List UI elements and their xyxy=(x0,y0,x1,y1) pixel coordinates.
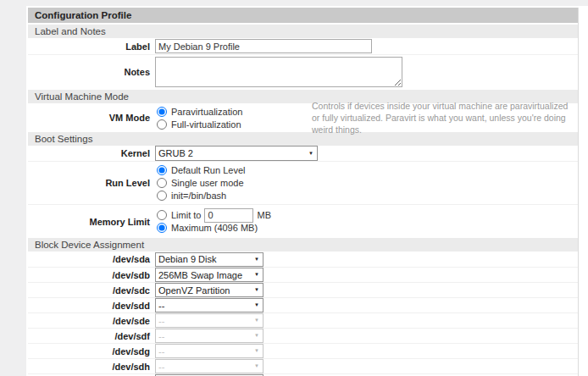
block-device-row-sdb: /dev/sdb 256MB Swap Image ▼ xyxy=(28,267,578,282)
device-select-sdd[interactable]: -- xyxy=(156,299,263,312)
limit-to-radio-label: Limit to xyxy=(171,210,201,220)
label-input[interactable] xyxy=(155,39,372,53)
block-device-row-sdg: /dev/sdg -- ▼ xyxy=(28,343,578,358)
vm-mode-help-text: Controls if devices inside your virtual … xyxy=(312,100,578,136)
full-virtualization-radio[interactable] xyxy=(157,119,167,130)
block-device-row-sdc: /dev/sdc OpenVZ Partition ▼ xyxy=(28,282,578,297)
block-device-row-sdf: /dev/sdf -- ▼ xyxy=(28,328,578,343)
vm-mode-row: VM Mode Paravirtualization Full-virtuali… xyxy=(28,103,578,132)
init-bin-bash-radio[interactable] xyxy=(157,191,167,201)
memory-limit-option-maximum[interactable]: Maximum (4096 MB) xyxy=(155,222,258,235)
page-top-margin xyxy=(0,0,588,6)
memory-limit-unit: MB xyxy=(257,210,271,220)
single-user-mode-radio-label: Single user mode xyxy=(171,178,244,188)
default-run-level-radio-label: Default Run Level xyxy=(171,165,245,175)
kernel-label: Kernel xyxy=(28,148,155,158)
memory-limit-label: Memory Limit xyxy=(28,217,155,227)
device-label-sdc: /dev/sdc xyxy=(28,285,155,296)
maximum-radio[interactable] xyxy=(157,223,167,233)
maximum-radio-label: Maximum (4096 MB) xyxy=(171,223,258,233)
device-label-sdf: /dev/sdf xyxy=(28,331,155,341)
section-label-and-notes: Label and Notes xyxy=(28,25,578,38)
device-label-sde: /dev/sde xyxy=(28,316,155,326)
device-select-sde[interactable]: -- xyxy=(156,314,263,327)
block-device-row-sda: /dev/sda Debian 9 Disk ▼ xyxy=(28,252,578,267)
vm-mode-option-full-virtualization[interactable]: Full-virtualization xyxy=(155,118,312,130)
device-select-sdh[interactable]: -- xyxy=(156,360,263,373)
panel-title: Configuration Profile xyxy=(28,8,578,23)
section-block-device-assignment: Block Device Assignment xyxy=(28,238,578,252)
label-row: Label xyxy=(28,38,578,54)
vm-mode-option-paravirtualization[interactable]: Paravirtualization xyxy=(155,105,312,118)
label-field-label: Label xyxy=(28,41,155,52)
full-virtualization-radio-label: Full-virtualization xyxy=(171,119,241,130)
notes-field-label: Notes xyxy=(28,67,155,77)
configuration-profile-panel: Configuration Profile Label and Notes La… xyxy=(28,8,579,376)
run-level-option-default[interactable]: Default Run Level xyxy=(155,164,245,177)
memory-limit-input[interactable] xyxy=(204,208,253,223)
device-label-sdb: /dev/sdb xyxy=(28,270,155,280)
notes-row: Notes xyxy=(28,54,578,89)
run-level-row: Run Level Default Run Level Single user … xyxy=(28,161,578,204)
device-label-sdg: /dev/sdg xyxy=(28,346,155,357)
memory-limit-row: Memory Limit Limit to MB Maximum (4096 M… xyxy=(28,204,578,238)
device-select-sdg[interactable]: -- xyxy=(156,345,263,357)
device-select-sdf[interactable]: -- xyxy=(156,329,263,342)
block-device-row-sdd: /dev/sdd -- ▼ xyxy=(28,297,578,312)
block-device-row-sde: /dev/sde -- ▼ xyxy=(28,312,578,328)
notes-textarea[interactable] xyxy=(155,57,402,87)
kernel-select[interactable]: GRUB 2 xyxy=(156,147,317,160)
limit-to-radio[interactable] xyxy=(157,210,167,220)
device-label-sdh: /dev/sdh xyxy=(28,362,155,372)
kernel-row: Kernel GRUB 2 ▼ xyxy=(28,146,578,161)
run-level-option-single-user[interactable]: Single user mode xyxy=(155,177,244,190)
block-device-row-sdh: /dev/sdh -- ▼ xyxy=(28,358,578,373)
device-select-sdc[interactable]: OpenVZ Partition xyxy=(156,284,263,296)
paravirtualization-radio[interactable] xyxy=(157,107,167,117)
single-user-mode-radio[interactable] xyxy=(157,178,167,188)
vm-mode-label: VM Mode xyxy=(28,113,155,123)
device-label-sdd: /dev/sdd xyxy=(28,301,155,311)
device-label-sda: /dev/sda xyxy=(28,254,155,264)
device-select-sda[interactable]: Debian 9 Disk xyxy=(156,253,263,266)
default-run-level-radio[interactable] xyxy=(157,165,167,175)
init-bin-bash-radio-label: init=/bin/bash xyxy=(171,191,226,201)
run-level-label: Run Level xyxy=(28,178,155,188)
page-left-margin xyxy=(0,0,26,376)
paravirtualization-radio-label: Paravirtualization xyxy=(171,107,242,117)
memory-limit-option-limit-to[interactable]: Limit to MB xyxy=(155,209,271,222)
device-select-sdb[interactable]: 256MB Swap Image xyxy=(156,268,263,281)
run-level-option-init-bash[interactable]: init=/bin/bash xyxy=(155,190,226,202)
